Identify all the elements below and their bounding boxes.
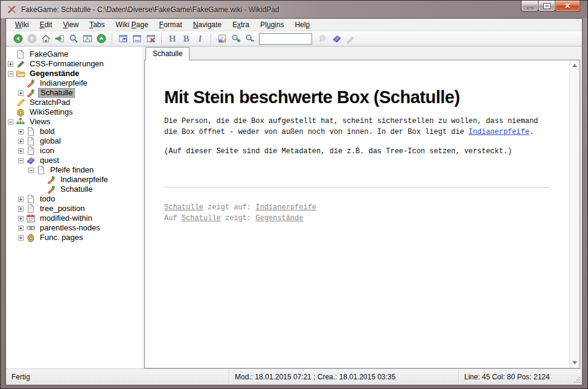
- search-go-icon: [318, 34, 328, 43]
- tree-item-scratchpad[interactable]: ScratchPad: [6, 98, 142, 107]
- menu-plugins[interactable]: Plugins: [255, 19, 289, 31]
- quick-search-input[interactable]: [259, 33, 312, 45]
- maximize-button[interactable]: [538, 1, 555, 11]
- show-tree-button[interactable]: [80, 32, 94, 45]
- collapse-minus-icon[interactable]: [8, 71, 13, 77]
- wiki-link-gegenst-nde[interactable]: Gegenstände: [255, 214, 303, 223]
- search-icon: [69, 34, 78, 43]
- tree-item-func-pages[interactable]: Func. pages: [6, 233, 142, 242]
- tree-item-label: Func. pages: [38, 233, 85, 242]
- resize-grip[interactable]: [574, 376, 581, 384]
- tree-item-fakegame[interactable]: FakeGame: [6, 49, 142, 59]
- expand-plus-icon[interactable]: [18, 235, 24, 241]
- tree-item-quest[interactable]: quest: [6, 156, 142, 165]
- zoom-in-button[interactable]: [229, 32, 243, 45]
- expand-plus-icon[interactable]: [8, 62, 13, 67]
- tree-item-global[interactable]: global: [6, 136, 142, 146]
- minimize-button[interactable]: [521, 1, 538, 11]
- wiki-link-indianerpfeife[interactable]: Indianerpfeife: [255, 203, 316, 212]
- menu-help[interactable]: Help: [289, 19, 315, 31]
- zoom-out-button[interactable]: [243, 32, 257, 45]
- preview-icon: [217, 34, 227, 43]
- tree-item-indianerpfeife[interactable]: Indianerpfeife: [6, 78, 142, 88]
- wiki-link-indianerpfeife[interactable]: Indianerpfeife: [468, 128, 529, 136]
- status-dates: Mod.: 18.01.2015 07:21 ; Crea.: 18.01.20…: [229, 369, 459, 385]
- tree-item-label: Schatulle: [59, 185, 94, 194]
- wiki-link-schatulle[interactable]: Schatulle: [182, 214, 221, 223]
- window-title: FakeGame: Schatulle - C:\Daten\Diverse\F…: [21, 5, 279, 14]
- format-italic-button[interactable]: I: [193, 32, 207, 45]
- up-icon: [97, 34, 106, 43]
- go-home-button[interactable]: [39, 32, 53, 45]
- page-heading: Mit Stein beschwerte Box (Schatulle): [164, 92, 555, 103]
- menu-wiki[interactable]: Wiki: [10, 19, 34, 31]
- title-bar: FakeGame: Schatulle - C:\Daten\Diverse\F…: [1, 1, 587, 18]
- document-icon: [26, 194, 36, 204]
- delete-page-button[interactable]: [144, 32, 158, 45]
- tree-item-icon[interactable]: icon: [6, 146, 142, 156]
- expand-plus-icon[interactable]: [18, 206, 24, 212]
- collapse-minus-icon[interactable]: [18, 158, 24, 163]
- expand-plus-icon[interactable]: [18, 226, 24, 231]
- tree-item-bold[interactable]: bold: [6, 127, 142, 136]
- pipe-icon: [46, 185, 56, 194]
- menu-view[interactable]: View: [57, 19, 84, 31]
- expand-plus-icon[interactable]: [18, 148, 24, 154]
- show-preview-button[interactable]: [215, 32, 229, 45]
- search-wiki-button[interactable]: [66, 32, 80, 45]
- expand-plus-icon[interactable]: [18, 129, 24, 134]
- wikidpad-app-icon: [7, 4, 17, 14]
- go-back-button[interactable]: [11, 32, 25, 45]
- collapse-minus-icon[interactable]: [28, 168, 34, 173]
- tree-item-indianerpfeife[interactable]: Indianerpfeife: [6, 175, 142, 185]
- open-help-wiki-button[interactable]: [330, 32, 344, 45]
- client-area: WikiEditViewTabsWiki PageFormatNavigateE…: [5, 18, 583, 385]
- open-wiki-word-button[interactable]: [53, 32, 66, 45]
- menu-tabs[interactable]: Tabs: [84, 19, 110, 31]
- tree-item-parentless-nodes[interactable]: parentless-nodes: [6, 223, 142, 233]
- save-page-button[interactable]: [116, 32, 130, 45]
- triangle-down-icon: [572, 361, 577, 364]
- document-icon: [36, 165, 46, 175]
- menu-extra[interactable]: Extra: [227, 19, 255, 31]
- go-forward-button: [25, 32, 39, 45]
- menu-wiki-page[interactable]: Wiki Page: [110, 19, 154, 31]
- help-book-icon: [332, 34, 342, 43]
- expand-plus-icon[interactable]: [18, 90, 24, 96]
- document-icon: [16, 49, 25, 59]
- tree-item-modified-within[interactable]: 17modified-within: [6, 213, 142, 223]
- menu-navigate[interactable]: Navigate: [188, 19, 227, 31]
- tree-item-schatulle[interactable]: Schatulle: [6, 185, 142, 194]
- tree-item-pfeife-finden[interactable]: Pfeife finden: [6, 165, 142, 175]
- zoom-in-icon: [231, 34, 241, 43]
- pen-icon: [346, 34, 356, 43]
- wiki-link-schatulle[interactable]: Schatulle: [164, 203, 203, 212]
- edit-pen-button: [344, 32, 357, 45]
- format-bold-button[interactable]: B: [179, 32, 193, 45]
- menu-format[interactable]: Format: [154, 19, 188, 31]
- tree-item-views[interactable]: Views: [6, 117, 142, 127]
- tree-item-label: global: [38, 137, 63, 145]
- expand-plus-icon[interactable]: [18, 139, 24, 144]
- pipe-icon: [46, 175, 56, 185]
- tree-item-css-formatierungen[interactable]: CSS-Formatierungen: [6, 59, 142, 69]
- tab-schatulle[interactable]: Schatulle: [145, 47, 190, 60]
- go-parent-button[interactable]: [94, 32, 108, 45]
- close-button[interactable]: ✕: [555, 1, 580, 11]
- scroll-up-button[interactable]: [570, 60, 580, 71]
- format-heading-icon: H: [169, 34, 176, 44]
- tree-item-wikisettings[interactable]: WikiSettings: [6, 107, 142, 117]
- collapse-minus-icon[interactable]: [8, 119, 13, 125]
- format-heading-button[interactable]: H: [165, 32, 179, 45]
- tree-item-label: parentless-nodes: [38, 224, 102, 232]
- menu-edit[interactable]: Edit: [34, 19, 58, 31]
- expand-plus-icon[interactable]: [18, 197, 24, 202]
- expand-plus-icon[interactable]: [18, 216, 24, 221]
- tree-item-schatulle[interactable]: Schatulle: [6, 88, 142, 98]
- vertical-scrollbar[interactable]: [569, 60, 580, 368]
- scroll-down-button[interactable]: [570, 358, 580, 368]
- tree-item-tree-position[interactable]: tree_position: [6, 204, 142, 213]
- tree-item-todo[interactable]: todo: [6, 194, 142, 204]
- tree-item-gegenst-nde[interactable]: Gegenstände: [6, 69, 142, 78]
- rename-page-button[interactable]: [130, 32, 144, 45]
